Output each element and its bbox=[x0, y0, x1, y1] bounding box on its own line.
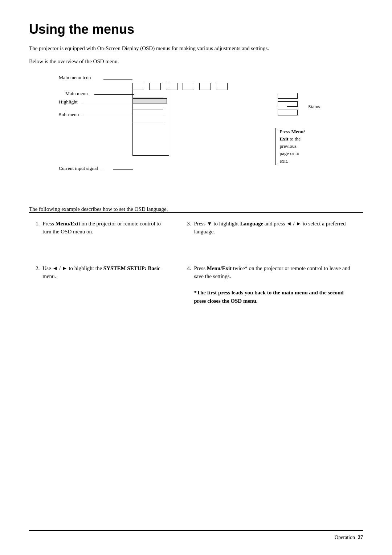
screen-right-border bbox=[169, 83, 169, 155]
footer: Operation 27 bbox=[29, 530, 363, 540]
steps-row-bottom: 2. Use ◄ / ► to highlight the SYSTEM SET… bbox=[29, 242, 363, 312]
line-status bbox=[287, 106, 298, 107]
overview-label: Below is the overview of the OSD menu. bbox=[29, 58, 363, 65]
label-main-menu-icon: Main menu icon bbox=[59, 75, 91, 81]
label-status: Status bbox=[308, 104, 320, 110]
highlight-box bbox=[132, 98, 167, 103]
intro-paragraph-1: The projector is equipped with On-Screen… bbox=[29, 44, 283, 53]
step-4-num: 4. bbox=[180, 242, 192, 312]
page-title: Using the menus bbox=[29, 22, 363, 37]
main-menu-bar bbox=[132, 92, 163, 98]
line-highlight bbox=[83, 103, 132, 103]
step-1-content: Press Menu/Exit on the projector or remo… bbox=[41, 213, 180, 242]
step-3-content: Press ▼ to highlight Language and press … bbox=[192, 213, 363, 242]
label-current-input: Current input signal — bbox=[59, 166, 104, 171]
footer-page: 27 bbox=[358, 535, 363, 540]
status-area bbox=[278, 93, 298, 118]
line-current-input bbox=[113, 169, 133, 170]
label-sub-menu: Sub-menu bbox=[59, 112, 79, 118]
step-2-num: 2. bbox=[29, 242, 41, 312]
menu-icon-4 bbox=[183, 83, 194, 90]
screen-left-border bbox=[132, 83, 133, 155]
line-menu-exit bbox=[293, 131, 304, 131]
footer-section: Operation bbox=[335, 535, 355, 540]
menu-icon-5 bbox=[199, 83, 211, 90]
steps-table: 1. Press Menu/Exit on the projector or r… bbox=[29, 212, 363, 312]
line-sub-menu bbox=[83, 116, 132, 116]
steps-row-top: 1. Press Menu/Exit on the projector or r… bbox=[29, 213, 363, 242]
label-highlight: Highlight bbox=[59, 99, 78, 105]
menu-icon-3 bbox=[166, 83, 177, 90]
submenu-area bbox=[132, 106, 163, 124]
step-3-num: 3. bbox=[180, 213, 192, 242]
status-box-1 bbox=[278, 93, 298, 99]
screen-top-border bbox=[132, 83, 169, 83]
screen-bottom-border bbox=[132, 155, 169, 156]
step-4-content: Press Menu/Exit twice* on the projector … bbox=[192, 242, 363, 312]
press-menu-exit-annotation: Press Menu/ Exit to the previous page or… bbox=[275, 128, 305, 165]
menu-icons-row bbox=[132, 83, 228, 90]
menu-icon-6 bbox=[216, 83, 228, 90]
status-box-3 bbox=[278, 110, 298, 115]
label-main-menu: Main menu bbox=[65, 91, 88, 97]
osd-diagram: Main menu icon Main menu Highlight Sub-m… bbox=[29, 72, 327, 195]
step-2-content: Use ◄ / ► to highlight the SYSTEM SETUP:… bbox=[41, 242, 180, 312]
step-1-num: 1. bbox=[29, 213, 41, 242]
example-text: The following example describes how to s… bbox=[29, 206, 363, 212]
line-main-menu bbox=[94, 94, 134, 95]
line-main-menu-icon bbox=[103, 79, 132, 79]
menu-icon-1 bbox=[132, 83, 144, 90]
menu-icon-2 bbox=[149, 83, 161, 90]
